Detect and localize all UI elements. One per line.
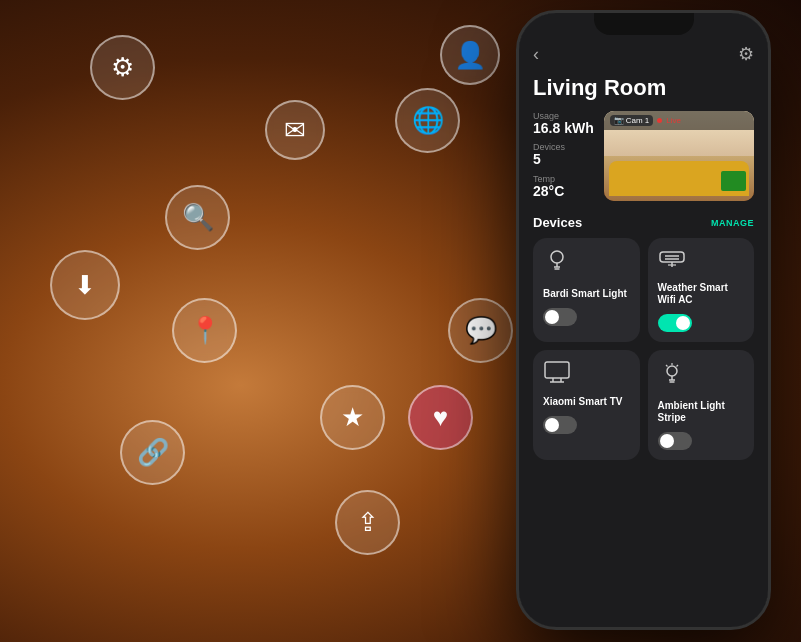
bardi-light-icon — [543, 248, 630, 282]
settings-button[interactable]: ⚙ — [738, 43, 754, 65]
ambient-toggle-container — [658, 432, 745, 450]
app-content: ‹ ⚙ Living Room Usage 16.8 kWh Devices — [519, 13, 768, 627]
svg-rect-9 — [545, 362, 569, 378]
camera-overlay: 📷 Cam 1 Live — [604, 111, 754, 130]
floating-icons-layer: ⚙ 👤 ✉ 🌐 🔍 ⬇ 📍 💬 ★ ♥ 🔗 ⇪ — [0, 0, 480, 642]
room-title: Living Room — [533, 75, 754, 101]
svg-line-19 — [666, 365, 668, 367]
devices-value: 5 — [533, 152, 594, 167]
devices-label: Devices — [533, 142, 594, 152]
stats-camera-row: Usage 16.8 kWh Devices 5 Temp 28°C — [533, 111, 754, 201]
phone-notch — [594, 13, 694, 35]
live-label: Live — [666, 116, 681, 125]
devices-section-title: Devices — [533, 215, 582, 230]
manage-link[interactable]: MANAGE — [711, 218, 754, 228]
device-card-ambient[interactable]: Ambient Light Stripe — [648, 350, 755, 460]
chat-icon: 💬 — [448, 298, 513, 363]
svg-point-0 — [551, 251, 563, 263]
tv-device-name: Xiaomi Smart TV — [543, 396, 630, 408]
globe-icon: 🌐 — [395, 88, 460, 153]
svg-point-13 — [667, 366, 677, 376]
bardi-light-toggle-container — [543, 308, 630, 326]
device-card-bardi-light[interactable]: Bardi Smart Light — [533, 238, 640, 342]
stat-temp: Temp 28°C — [533, 174, 594, 199]
share-icon: ⇪ — [335, 490, 400, 555]
gear-icon: ⚙ — [90, 35, 155, 100]
svg-rect-4 — [660, 252, 684, 262]
devices-header: Devices MANAGE — [533, 215, 754, 230]
ac-toggle[interactable] — [658, 314, 692, 332]
person-icon: 👤 — [440, 25, 500, 85]
device-card-tv[interactable]: Xiaomi Smart TV — [533, 350, 640, 460]
tv-toggle[interactable] — [543, 416, 577, 434]
temp-value: 28°C — [533, 184, 594, 199]
tv-toggle-container — [543, 416, 630, 434]
devices-section: Devices MANAGE — [533, 215, 754, 460]
ac-toggle-container — [658, 314, 745, 332]
devices-grid: Bardi Smart Light — [533, 238, 754, 460]
camera-plant — [721, 171, 746, 191]
bardi-light-toggle-knob — [545, 310, 559, 324]
stat-usage: Usage 16.8 kWh — [533, 111, 594, 136]
stat-devices: Devices 5 — [533, 142, 594, 167]
live-dot-indicator — [657, 118, 662, 123]
ambient-toggle-knob — [660, 434, 674, 448]
ac-device-name: Weather Smart Wifi AC — [658, 282, 745, 306]
cam-label-badge: 📷 Cam 1 — [610, 115, 654, 126]
camera-feed[interactable]: 📷 Cam 1 Live — [604, 111, 754, 201]
ambient-device-name: Ambient Light Stripe — [658, 400, 745, 424]
bardi-light-toggle[interactable] — [543, 308, 577, 326]
stats-column: Usage 16.8 kWh Devices 5 Temp 28°C — [533, 111, 594, 201]
ac-toggle-knob — [676, 316, 690, 330]
cam-label-text: Cam 1 — [626, 116, 650, 125]
phone-screen: ‹ ⚙ Living Room Usage 16.8 kWh Devices — [519, 13, 768, 627]
app-header: ‹ ⚙ — [533, 43, 754, 65]
bardi-light-name: Bardi Smart Light — [543, 288, 630, 300]
svg-line-18 — [676, 365, 678, 367]
tv-icon — [543, 360, 630, 390]
ac-icon — [658, 248, 745, 276]
ambient-toggle[interactable] — [658, 432, 692, 450]
link-icon: 🔗 — [120, 420, 185, 485]
phone-mockup: ‹ ⚙ Living Room Usage 16.8 kWh Devices — [516, 10, 771, 630]
location-icon: 📍 — [172, 298, 237, 363]
search-icon: 🔍 — [165, 185, 230, 250]
cloud-download-icon: ⬇ — [50, 250, 120, 320]
ambient-light-icon — [658, 360, 745, 394]
tv-toggle-knob — [545, 418, 559, 432]
back-button[interactable]: ‹ — [533, 44, 539, 65]
mail-icon: ✉ — [265, 100, 325, 160]
phone-frame: ‹ ⚙ Living Room Usage 16.8 kWh Devices — [516, 10, 771, 630]
device-card-ac[interactable]: Weather Smart Wifi AC — [648, 238, 755, 342]
heart-icon: ♥ — [408, 385, 473, 450]
star-icon: ★ — [320, 385, 385, 450]
usage-value: 16.8 kWh — [533, 121, 594, 136]
